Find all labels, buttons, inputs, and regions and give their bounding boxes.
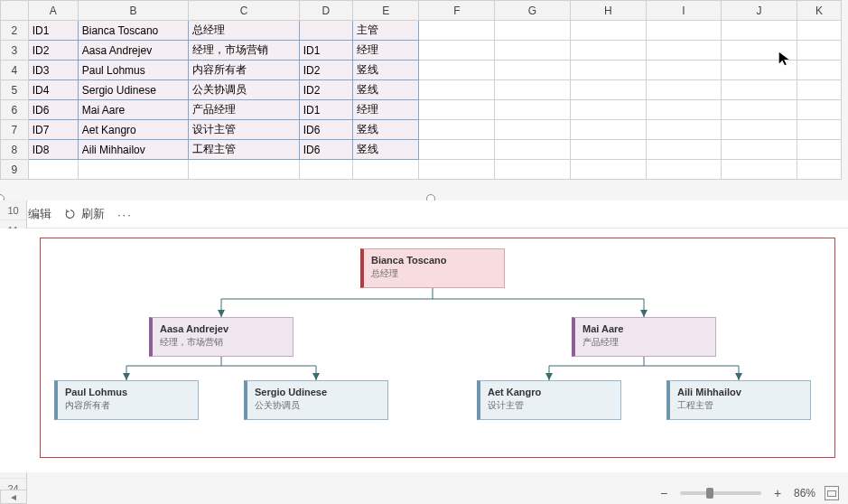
cell[interactable]: Aili Mihhailov (78, 140, 189, 160)
cell[interactable] (797, 140, 841, 160)
cell[interactable]: 总经理 (189, 21, 300, 41)
cell[interactable] (722, 41, 797, 61)
row-header[interactable]: 3 (1, 41, 29, 61)
cell[interactable]: 公关协调员 (189, 80, 300, 100)
cell[interactable] (495, 140, 571, 160)
cell[interactable] (797, 41, 841, 61)
cell[interactable] (419, 140, 495, 160)
col-header[interactable]: D (299, 1, 352, 21)
cell[interactable] (570, 100, 646, 120)
cell[interactable]: 工程主管 (189, 140, 300, 160)
cell[interactable] (495, 120, 571, 140)
zoom-thumb[interactable] (706, 488, 713, 499)
cell[interactable]: ID1 (299, 41, 352, 61)
zoom-slider[interactable] (680, 491, 761, 495)
cell[interactable] (722, 160, 797, 180)
row-header[interactable]: 10 (0, 201, 26, 220)
org-node-leaf[interactable]: Aet Kangro 设计主管 (477, 380, 621, 420)
cell[interactable] (78, 160, 189, 180)
cell[interactable] (646, 80, 722, 100)
cell[interactable]: ID4 (28, 80, 78, 100)
cell[interactable] (495, 41, 571, 61)
cell[interactable] (570, 120, 646, 140)
fit-to-window-icon[interactable] (825, 486, 839, 500)
row-header[interactable]: 5 (1, 80, 29, 100)
cell[interactable]: ID2 (28, 41, 78, 61)
cell[interactable] (570, 160, 646, 180)
cell[interactable]: 内容所有者 (189, 61, 300, 80)
org-node-manager[interactable]: Mai Aare 产品经理 (572, 317, 716, 357)
cell[interactable]: ID6 (28, 100, 78, 120)
row-header[interactable]: 6 (1, 100, 29, 120)
row-header[interactable]: 2 (1, 21, 29, 41)
cell[interactable]: 主管 (352, 21, 419, 41)
cell[interactable] (722, 21, 797, 41)
cell[interactable] (797, 61, 841, 80)
cell[interactable] (495, 100, 571, 120)
cell[interactable] (722, 120, 797, 140)
cell[interactable] (299, 21, 352, 41)
cell[interactable]: ID1 (28, 21, 78, 41)
col-header[interactable]: I (646, 1, 722, 21)
org-node-manager[interactable]: Aasa Andrejev 经理，市场营销 (149, 317, 294, 357)
col-header[interactable]: J (722, 1, 797, 21)
cell[interactable]: ID7 (28, 120, 78, 140)
cell[interactable] (722, 140, 797, 160)
cell[interactable] (495, 21, 571, 41)
cell[interactable]: 经理，市场营销 (189, 41, 300, 61)
cell[interactable] (722, 80, 797, 100)
cell[interactable] (28, 160, 78, 180)
cell[interactable]: Sergio Udinese (78, 80, 189, 100)
cell[interactable]: ID1 (299, 100, 352, 120)
refresh-button[interactable]: 刷新 (64, 206, 105, 222)
org-node-leaf[interactable]: Aili Mihhailov 工程主管 (666, 380, 811, 420)
cell[interactable]: 经理 (352, 100, 419, 120)
col-header[interactable]: F (419, 1, 495, 21)
more-button[interactable]: ··· (117, 208, 133, 221)
cell[interactable] (419, 21, 495, 41)
cell[interactable]: Bianca Toscano (78, 21, 189, 41)
cell[interactable] (646, 21, 722, 41)
cell[interactable]: 产品经理 (189, 100, 300, 120)
cell[interactable] (570, 140, 646, 160)
cell[interactable] (495, 61, 571, 80)
col-header[interactable]: K (797, 1, 841, 21)
cell[interactable]: ID6 (299, 120, 352, 140)
cell[interactable] (797, 80, 841, 100)
cell[interactable] (495, 160, 571, 180)
cell[interactable] (646, 140, 722, 160)
cell[interactable] (352, 160, 419, 180)
cell[interactable]: 设计主管 (189, 120, 300, 140)
cell[interactable] (797, 120, 841, 140)
cell[interactable] (797, 160, 841, 180)
cell[interactable]: ID3 (28, 61, 78, 80)
cell[interactable]: 竖线 (352, 140, 419, 160)
cell[interactable] (646, 41, 722, 61)
org-chart-canvas[interactable]: Bianca Toscano 总经理 Aasa Andrejev 经理，市场营销… (0, 229, 848, 472)
corner-cell[interactable] (1, 1, 29, 21)
cell[interactable] (495, 80, 571, 100)
cell[interactable]: 竖线 (352, 80, 419, 100)
cell[interactable]: ID8 (28, 140, 78, 160)
cell[interactable] (299, 160, 352, 180)
cell[interactable]: 经理 (352, 41, 419, 61)
cell[interactable] (419, 80, 495, 100)
cell[interactable] (797, 21, 841, 41)
cell[interactable] (570, 80, 646, 100)
cell[interactable]: 竖线 (352, 120, 419, 140)
cell[interactable] (646, 100, 722, 120)
row-header[interactable]: 9 (1, 160, 29, 180)
row-header[interactable]: 4 (1, 61, 29, 80)
cell[interactable] (570, 21, 646, 41)
zoom-in-button[interactable]: + (770, 487, 785, 499)
zoom-out-button[interactable]: − (657, 487, 671, 499)
cell[interactable] (419, 120, 495, 140)
cell[interactable] (419, 41, 495, 61)
cell[interactable] (419, 61, 495, 80)
row-header[interactable]: 8 (1, 140, 29, 160)
cell[interactable]: Aet Kangro (78, 120, 189, 140)
col-header[interactable]: A (28, 1, 78, 21)
org-node-leaf[interactable]: Paul Lohmus 内容所有者 (54, 380, 199, 420)
org-node-root[interactable]: Bianca Toscano 总经理 (360, 248, 505, 288)
cell[interactable] (797, 100, 841, 120)
